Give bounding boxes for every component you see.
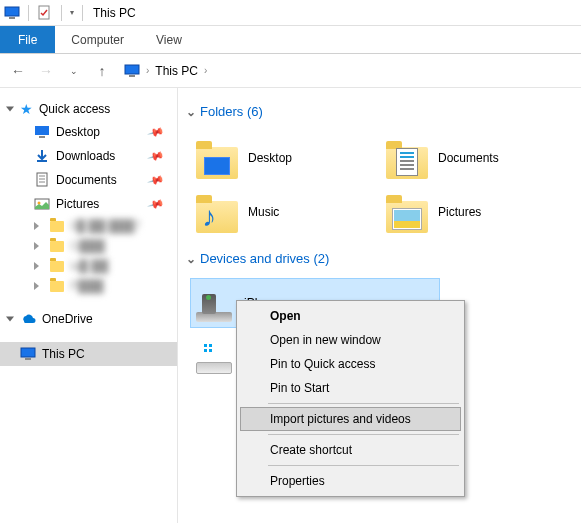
folder-label: Desktop bbox=[248, 151, 292, 165]
quick-access-header[interactable]: ★ Quick access bbox=[0, 98, 177, 120]
nav-item-label: Pictures bbox=[56, 197, 99, 211]
nav-sub-item[interactable]: P███ bbox=[0, 276, 177, 296]
menu-open[interactable]: Open bbox=[240, 304, 461, 328]
nav-item-downloads[interactable]: Downloads 📌 bbox=[0, 144, 177, 168]
nav-item-desktop[interactable]: Desktop 📌 bbox=[0, 120, 177, 144]
separator bbox=[61, 5, 62, 21]
menu-separator bbox=[268, 434, 459, 435]
onedrive-icon bbox=[20, 311, 36, 327]
device-icon bbox=[196, 284, 234, 322]
quick-access-group: ★ Quick access Desktop 📌 Downloads 📌 Doc… bbox=[0, 98, 177, 296]
pin-icon: 📌 bbox=[147, 147, 166, 165]
menu-import-pictures[interactable]: Import pictures and videos bbox=[240, 407, 461, 431]
svg-rect-5 bbox=[35, 126, 49, 135]
menu-separator bbox=[268, 403, 459, 404]
folder-music[interactable]: ♪ Music bbox=[190, 185, 380, 239]
pictures-icon bbox=[34, 196, 50, 212]
folder-icon bbox=[50, 241, 64, 252]
computer-tab[interactable]: Computer bbox=[55, 26, 140, 53]
menu-properties[interactable]: Properties bbox=[240, 469, 461, 493]
nav-sub-label: G███ bbox=[70, 239, 105, 253]
folders-grid: Desktop Documents ♪ Music Pictures bbox=[178, 123, 581, 247]
menu-create-shortcut[interactable]: Create shortcut bbox=[240, 438, 461, 462]
document-icon bbox=[34, 172, 50, 188]
devices-header-label: Devices and drives (2) bbox=[200, 251, 329, 266]
quick-access-toolbar: ▾ bbox=[4, 5, 85, 21]
onedrive-label: OneDrive bbox=[42, 312, 93, 326]
this-pc-label: This PC bbox=[42, 347, 85, 361]
qat-dropdown-icon[interactable]: ▾ bbox=[70, 8, 74, 17]
folder-icon bbox=[196, 137, 238, 179]
desktop-icon bbox=[34, 124, 50, 140]
properties-icon[interactable] bbox=[37, 5, 53, 21]
folders-header-label: Folders (6) bbox=[200, 104, 263, 119]
folder-pictures[interactable]: Pictures bbox=[380, 185, 570, 239]
pin-icon: 📌 bbox=[147, 171, 166, 189]
this-pc-icon bbox=[124, 63, 140, 79]
svg-rect-3 bbox=[125, 65, 139, 74]
svg-rect-13 bbox=[21, 348, 35, 357]
ribbon-tabs: File Computer View bbox=[0, 26, 581, 54]
download-icon bbox=[34, 148, 50, 164]
nav-item-label: Desktop bbox=[56, 125, 100, 139]
svg-rect-2 bbox=[39, 6, 49, 19]
folder-icon: ♪ bbox=[196, 191, 238, 233]
folder-icon bbox=[50, 261, 64, 272]
menu-pin-quick-access[interactable]: Pin to Quick access bbox=[240, 352, 461, 376]
quick-access-label: Quick access bbox=[39, 102, 110, 116]
nav-item-label: Documents bbox=[56, 173, 117, 187]
back-button[interactable]: ← bbox=[8, 61, 28, 81]
svg-rect-1 bbox=[9, 17, 15, 19]
nav-item-this-pc[interactable]: This PC bbox=[0, 342, 177, 366]
folder-icon bbox=[50, 221, 64, 232]
svg-rect-14 bbox=[25, 358, 31, 360]
folder-desktop[interactable]: Desktop bbox=[190, 131, 380, 185]
breadcrumb-location[interactable]: This PC bbox=[155, 64, 198, 78]
chevron-right-icon[interactable]: › bbox=[146, 65, 149, 76]
nav-item-onedrive[interactable]: OneDrive bbox=[0, 308, 177, 330]
window-title: This PC bbox=[93, 6, 136, 20]
separator bbox=[82, 5, 83, 21]
drive-icon bbox=[196, 336, 234, 374]
svg-rect-4 bbox=[129, 75, 135, 77]
pin-icon: 📌 bbox=[147, 123, 166, 141]
pin-icon: 📌 bbox=[147, 195, 166, 213]
file-tab[interactable]: File bbox=[0, 26, 55, 53]
folder-documents[interactable]: Documents bbox=[380, 131, 570, 185]
nav-item-label: Downloads bbox=[56, 149, 115, 163]
folder-icon bbox=[386, 191, 428, 233]
folder-icon bbox=[50, 281, 64, 292]
menu-open-new-window[interactable]: Open in new window bbox=[240, 328, 461, 352]
nav-item-pictures[interactable]: Pictures 📌 bbox=[0, 192, 177, 216]
nav-sub-item[interactable]: 0█ ██ ███7 bbox=[0, 216, 177, 236]
address-bar[interactable]: › This PC › bbox=[124, 63, 207, 79]
folder-label: Music bbox=[248, 205, 279, 219]
title-bar: ▾ This PC bbox=[0, 0, 581, 26]
context-menu: Open Open in new window Pin to Quick acc… bbox=[236, 300, 465, 497]
folders-section-header[interactable]: Folders (6) bbox=[178, 100, 581, 123]
nav-sub-item[interactable]: G███ bbox=[0, 236, 177, 256]
menu-pin-start[interactable]: Pin to Start bbox=[240, 376, 461, 400]
folder-label: Pictures bbox=[438, 205, 481, 219]
svg-rect-6 bbox=[39, 136, 45, 138]
folder-icon bbox=[386, 137, 428, 179]
nav-sub-label: P███ bbox=[70, 279, 104, 293]
navigation-pane: ★ Quick access Desktop 📌 Downloads 📌 Doc… bbox=[0, 88, 178, 523]
this-pc-icon bbox=[4, 5, 20, 21]
nav-sub-label: 0█ ██ ███7 bbox=[70, 219, 141, 233]
menu-separator bbox=[268, 465, 459, 466]
nav-sub-label: la█ ██ bbox=[70, 259, 108, 273]
forward-button[interactable]: → bbox=[36, 61, 56, 81]
this-pc-group: This PC bbox=[0, 342, 177, 366]
up-button[interactable]: ↑ bbox=[92, 61, 112, 81]
chevron-right-icon[interactable]: › bbox=[204, 65, 207, 76]
onedrive-group: OneDrive bbox=[0, 308, 177, 330]
star-icon: ★ bbox=[20, 101, 33, 117]
nav-item-documents[interactable]: Documents 📌 bbox=[0, 168, 177, 192]
recent-dropdown-icon[interactable]: ⌄ bbox=[64, 61, 84, 81]
view-tab[interactable]: View bbox=[140, 26, 198, 53]
navigation-bar: ← → ⌄ ↑ › This PC › bbox=[0, 54, 581, 88]
devices-section-header[interactable]: Devices and drives (2) bbox=[178, 247, 581, 270]
svg-rect-0 bbox=[5, 7, 19, 16]
nav-sub-item[interactable]: la█ ██ bbox=[0, 256, 177, 276]
